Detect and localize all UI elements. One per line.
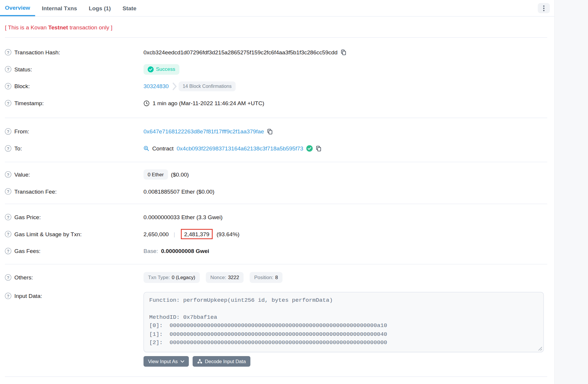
row-transaction-fee: ? Transaction Fee: 0.0081885507 Ether ($… xyxy=(0,183,554,200)
help-icon[interactable]: ? xyxy=(5,274,11,281)
timestamp-value: 1 min ago (Mar-11-2022 11:46:24 AM +UTC) xyxy=(153,100,264,106)
status-label: Status: xyxy=(14,66,32,73)
view-input-as-label: View Input As xyxy=(148,358,178,364)
tab-bar: Overview Internal Txns Logs (1) State xyxy=(0,0,554,16)
row-gas-price: ? Gas Price: 0.0000000033 Ether (3.3 Gwe… xyxy=(0,209,554,226)
ether-value-badge: 0 Ether xyxy=(144,169,168,180)
value-label: Value: xyxy=(14,171,30,178)
view-input-as-button[interactable]: View Input As xyxy=(144,356,189,367)
block-label: Block: xyxy=(14,83,30,89)
tab-overview[interactable]: Overview xyxy=(0,0,35,16)
input-data-actions: View Input As Decode Input Data xyxy=(144,356,544,367)
separator: | xyxy=(174,231,175,237)
help-icon[interactable]: ? xyxy=(5,66,11,73)
resize-handle[interactable] xyxy=(538,347,542,351)
position-key: Position: xyxy=(254,275,273,280)
help-icon[interactable]: ? xyxy=(5,293,11,299)
base-fee-label: Base: xyxy=(144,248,158,254)
row-from: ? From: 0x647e7168122263d8e7f81f17fff9c2… xyxy=(0,123,554,140)
position-badge: Position:8 xyxy=(250,272,283,283)
section-others: ? Others: Txn Type:0 (Legacy) Nonce:3222… xyxy=(0,264,554,376)
help-icon[interactable]: ? xyxy=(5,248,11,254)
chevron-right-icon xyxy=(172,82,176,90)
to-contract-text: Contract xyxy=(152,145,174,152)
page-gutter xyxy=(554,0,588,384)
help-icon[interactable]: ? xyxy=(5,171,11,178)
section-gas: ? Gas Price: 0.0000000033 Ether (3.3 Gwe… xyxy=(0,204,554,264)
note-suffix: transaction only ] xyxy=(68,24,112,31)
transaction-page: Overview Internal Txns Logs (1) State [ … xyxy=(0,0,588,384)
txn-type-key: Txn Type: xyxy=(148,275,170,280)
row-timestamp: ? Timestamp: 1 min ago (Mar-11-2022 11:4… xyxy=(0,95,554,112)
from-label: From: xyxy=(14,128,29,135)
row-transaction-hash: ? Transaction Hash: 0xcb324eedcd1d07296f… xyxy=(0,44,554,61)
status-text: Success xyxy=(156,66,175,72)
base-fee-value: 0.000000008 Gwei xyxy=(161,248,209,254)
decode-input-data-button[interactable]: Decode Input Data xyxy=(192,356,250,367)
help-icon[interactable]: ? xyxy=(5,188,11,195)
nonce-badge: Nonce:3222 xyxy=(206,272,244,283)
row-block: ? Block: 30324830 14 Block Confirmations xyxy=(0,78,554,95)
input-data-label: Input Data: xyxy=(14,293,42,299)
from-address-link[interactable]: 0x647e7168122263d8e7f81f17fff9c2f1aa379f… xyxy=(144,128,264,135)
help-icon[interactable]: ? xyxy=(5,128,11,135)
copy-icon[interactable] xyxy=(341,49,346,56)
section-value: ? Value: 0 Ether ($0.00) ? Transaction F… xyxy=(0,162,554,204)
magnifier-plus-icon[interactable] xyxy=(144,146,149,151)
note-prefix: [ This is a Kovan xyxy=(5,24,48,31)
clock-icon xyxy=(144,100,150,106)
overview-panel: Overview Internal Txns Logs (1) State [ … xyxy=(0,0,554,384)
row-value: ? Value: 0 Ether ($0.00) xyxy=(0,166,554,183)
row-gas-limit: ? Gas Limit & Usage by Txn: 2,650,000 | … xyxy=(0,226,554,243)
input-data-content: Function: performUpkeep(uint256 id, byte… xyxy=(149,296,538,347)
chevron-down-icon xyxy=(180,360,184,363)
tab-internal-txns[interactable]: Internal Txns xyxy=(37,0,82,16)
gas-used-percent: (93.64%) xyxy=(216,231,239,237)
help-icon[interactable]: ? xyxy=(5,49,11,56)
txn-type-value: 0 (Legacy) xyxy=(172,275,195,280)
row-others: ? Others: Txn Type:0 (Legacy) Nonce:3222… xyxy=(0,269,554,286)
status-badge: Success xyxy=(144,64,179,75)
section-addresses: ? From: 0x647e7168122263d8e7f81f17fff9c2… xyxy=(0,118,554,162)
row-input-data: ? Input Data: Function: performUpkeep(ui… xyxy=(0,286,554,367)
transaction-hash-label: Transaction Hash: xyxy=(14,49,60,56)
kebab-icon xyxy=(543,5,544,11)
usd-value: ($0.00) xyxy=(171,171,189,178)
help-icon[interactable]: ? xyxy=(5,231,11,237)
section-summary: ? Transaction Hash: 0xcb324eedcd1d07296f… xyxy=(0,38,554,118)
transaction-fee-label: Transaction Fee: xyxy=(14,188,57,195)
block-confirmations-badge: 14 Block Confirmations xyxy=(179,81,236,91)
txn-type-badge: Txn Type:0 (Legacy) xyxy=(144,272,200,283)
copy-icon[interactable] xyxy=(316,145,321,152)
tab-logs[interactable]: Logs (1) xyxy=(84,0,116,16)
gas-price-value: 0.0000000033 Ether (3.3 Gwei) xyxy=(144,214,223,220)
divider xyxy=(5,376,547,377)
verified-check-icon xyxy=(306,145,313,152)
nonce-value: 3222 xyxy=(228,275,239,280)
help-icon[interactable]: ? xyxy=(5,145,11,152)
input-data-textarea[interactable]: Function: performUpkeep(uint256 id, byte… xyxy=(144,292,544,352)
others-label: Others: xyxy=(14,274,33,281)
copy-icon[interactable] xyxy=(267,128,273,135)
position-value: 8 xyxy=(275,275,278,280)
timestamp-label: Timestamp: xyxy=(14,100,44,106)
row-status: ? Status: Success xyxy=(0,61,554,78)
gas-used-highlight-box: 2,481,379 xyxy=(181,229,213,239)
help-icon[interactable]: ? xyxy=(5,83,11,89)
to-address-link[interactable]: 0x4cb093f226983713164a62138c3f718a5b595f… xyxy=(176,145,303,152)
tab-state[interactable]: State xyxy=(118,0,141,16)
gas-price-label: Gas Price: xyxy=(14,214,41,220)
to-label: To: xyxy=(14,145,22,152)
help-icon[interactable]: ? xyxy=(5,100,11,106)
gas-fees-label: Gas Fees: xyxy=(14,248,41,254)
row-gas-fees: ? Gas Fees: Base: 0.000000008 Gwei xyxy=(0,243,554,260)
more-options-button[interactable] xyxy=(538,3,550,13)
gas-limit-value: 2,650,000 xyxy=(144,231,169,237)
decode-button-label: Decode Input Data xyxy=(205,358,246,364)
testnet-note: [ This is a Kovan Testnet transaction on… xyxy=(0,16,554,37)
block-number-link[interactable]: 30324830 xyxy=(144,83,169,89)
check-circle-icon xyxy=(148,66,154,72)
help-icon[interactable]: ? xyxy=(5,214,11,220)
gas-limit-label: Gas Limit & Usage by Txn: xyxy=(14,231,82,237)
decode-icon xyxy=(197,359,202,364)
